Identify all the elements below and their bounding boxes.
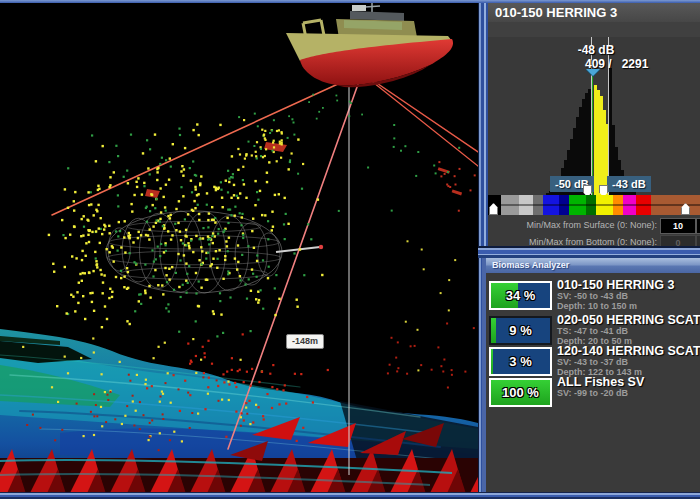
histogram-toolbar-band <box>488 22 700 37</box>
sonar-3d-viewport[interactable] <box>0 3 478 492</box>
percent-bar: 34 % <box>489 281 552 310</box>
biomass-analyzer-window: Biomass Analyzer 34 % 010-150 HERRING 3 … <box>482 258 700 492</box>
minmax-surface-input[interactable]: 10 <box>660 218 696 234</box>
analyzer-row-all-fishes[interactable]: 100 % ALL Fishes SV SV: -99 to -20 dB <box>486 378 700 408</box>
sonar-app-window: { "viewport3d": { "depth_label": "-148m"… <box>0 0 700 499</box>
window-frame-bottom <box>0 492 700 499</box>
percent-bar: 100 % <box>489 378 552 407</box>
histogram-window-titlebar[interactable]: 010-150 HERRING 3 <box>488 3 700 22</box>
percent-label: 3 % <box>491 349 550 374</box>
range-handle-min[interactable] <box>583 185 592 195</box>
range-handle-max[interactable] <box>599 185 608 195</box>
range-max-badge: -43 dB <box>607 176 651 192</box>
vessel-3d-model <box>286 3 453 87</box>
peak-marker-icon <box>586 69 600 76</box>
depth-tag: -148m <box>286 334 324 349</box>
percent-label: 34 % <box>491 283 550 308</box>
analyzer-row-herring-scattered-1[interactable]: 9 % 020-050 HERRING SCATTE TS: -47 to -4… <box>486 316 700 346</box>
minmax-surface-input-2[interactable] <box>696 218 700 234</box>
sv-histogram: -48 dB 409 / 2291 -50 dB -43 dB <box>488 37 700 195</box>
row-depth-range: Depth: 10 to 150 m <box>557 302 700 312</box>
window-frame-divider <box>478 246 700 258</box>
peak-db-label: -48 dB <box>548 43 644 57</box>
minmax-surface-row: Min/Max from Surface (0: None): 10 <box>488 217 700 232</box>
row-sv-range: SV: -99 to -20 dB <box>557 389 700 399</box>
percent-label: 100 % <box>491 380 550 405</box>
percent-bar: 9 % <box>489 316 552 345</box>
analyzer-row-herring-scattered-2[interactable]: 3 % 120-140 HERRING SCATTE SV: -43 to -3… <box>486 347 700 377</box>
histogram-window: 010-150 HERRING 3 -48 dB 409 / 2291 -50 … <box>488 3 700 246</box>
percent-label: 9 % <box>491 318 550 343</box>
biomass-analyzer-titlebar[interactable]: Biomass Analyzer <box>486 258 700 273</box>
minmax-surface-label: Min/Max from Surface (0: None): <box>526 220 657 230</box>
percent-bar: 3 % <box>489 347 552 376</box>
biomass-analyzer-body: 34 % 010-150 HERRING 3 SV: -50 to -43 dB… <box>486 274 700 492</box>
analyzer-row-herring3[interactable]: 34 % 010-150 HERRING 3 SV: -50 to -43 dB… <box>486 281 700 311</box>
color-scale-midline <box>488 204 700 206</box>
